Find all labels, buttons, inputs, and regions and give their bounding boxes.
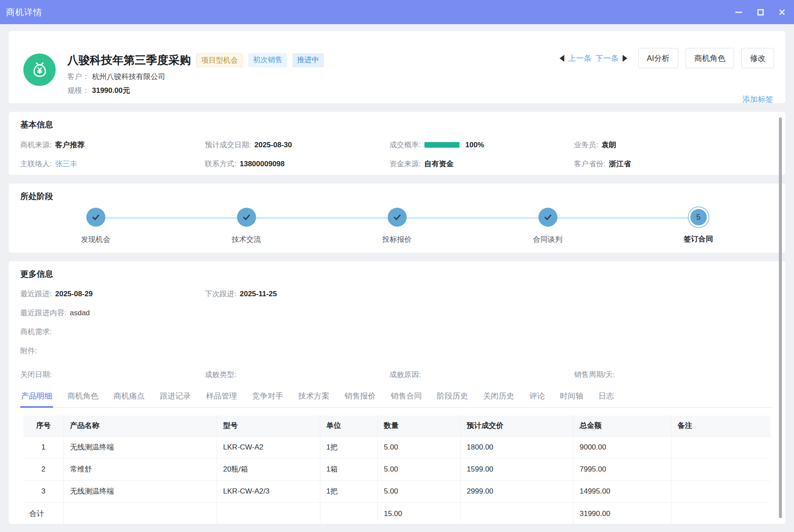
field-value: 袁朗	[601, 140, 616, 150]
cell-total-amount: 9000.00	[573, 436, 671, 458]
total-amount: 31990.00	[573, 502, 671, 525]
total-expected-price	[461, 502, 573, 525]
next-follow-value: 2025-11-25	[240, 290, 277, 298]
product-table: 序号 产品名称 型号 单位 数量 预计成交价 总金额 备注 1 无线测温终端 L…	[23, 415, 771, 526]
tab[interactable]: 销售报价	[344, 391, 376, 407]
ai-analysis-button[interactable]: AI分析	[638, 48, 678, 68]
field-label: 主联络人:	[20, 159, 52, 169]
window-controls: ×	[734, 8, 786, 16]
tab[interactable]: 商机痛点	[113, 391, 146, 407]
col-header-unit: 单位	[320, 415, 377, 436]
tab[interactable]: 日志	[598, 391, 615, 407]
last-content-field: 最近跟进内容: asdad	[20, 308, 774, 318]
field-value: 2025-08-30	[254, 141, 292, 149]
last-content-label: 最近跟进内容:	[20, 308, 66, 318]
info-field: 业务员: 袁朗	[574, 140, 774, 150]
close-info-row: 关闭日期: 成败类型: 成败原因: 销售周期/天:	[20, 370, 774, 380]
cell-model: LKR-CW-A2	[217, 436, 320, 458]
minimize-icon	[735, 12, 742, 13]
next-arrow-icon[interactable]	[623, 55, 627, 62]
scale-value: 31990.00元	[92, 86, 130, 95]
info-field: 联系方式: 13800009098	[205, 159, 390, 169]
info-field: 主联络人: 张三丰	[20, 159, 205, 169]
stage-step[interactable]: 4 合同谈判	[472, 208, 623, 244]
tab[interactable]: 时间轴	[559, 391, 584, 407]
cell-remark	[671, 436, 771, 458]
total-label: 合计	[23, 502, 63, 525]
minimize-button[interactable]	[734, 8, 743, 16]
tab[interactable]: 商机角色	[66, 391, 99, 407]
info-field: 资金来源: 自有资金	[389, 159, 574, 169]
table-row: 1 无线测温终端 LKR-CW-A2 1把 5.00 1800.00 9000.…	[23, 436, 771, 458]
total-unit	[320, 502, 377, 525]
close-icon: ×	[778, 8, 785, 16]
stage-step[interactable]: 2 技术交流	[171, 208, 322, 244]
cell-unit: 1把	[320, 480, 377, 502]
field-value: 自有资金	[424, 159, 454, 169]
step-current-ring: 5	[688, 206, 709, 228]
field-label: 业务员:	[574, 140, 598, 150]
field-value: 客户推荐	[55, 140, 85, 150]
col-header-quantity: 数量	[377, 415, 460, 436]
step-number: 5	[690, 209, 707, 225]
total-quantity: 15.00	[377, 502, 460, 525]
last-content-row: 最近跟进内容: asdad	[20, 308, 774, 318]
step-check-icon	[538, 208, 557, 227]
tab[interactable]: 跟进记录	[159, 391, 192, 407]
info-field: 预计成交日期: 2025-08-30	[205, 140, 390, 150]
step-label: 合同谈判	[533, 234, 563, 244]
total-product-name	[63, 502, 217, 525]
field-label: 资金来源:	[389, 159, 421, 169]
tab[interactable]: 关闭历史	[482, 391, 515, 407]
opportunity-tag: 推进中	[292, 53, 324, 67]
result-type-label: 成败类型:	[205, 370, 237, 380]
tab[interactable]: 样品管理	[205, 391, 238, 407]
field-value: 浙江省	[609, 159, 631, 169]
add-tag-link[interactable]: 添加标签	[742, 94, 773, 104]
stage-step[interactable]: 5 签订合同	[623, 208, 774, 244]
total-model	[217, 502, 320, 525]
cell-product-name: 常维舒	[63, 458, 217, 480]
tab[interactable]: 技术方案	[297, 391, 330, 407]
opportunity-summary: 八骏科技年第三季度采购 项目型机会初次销售推进中 客户：杭州八骏科技有限公司 规…	[67, 53, 324, 103]
detail-tabs: 产品明细 商机角色 商机痛点 跟进记录 样品管理 竞争对手 技术方案 销售报价 …	[20, 391, 774, 408]
vertical-scrollbar-thumb[interactable]	[779, 117, 782, 518]
edit-button[interactable]: 修改	[741, 48, 774, 68]
cell-product-name: 无线测温终端	[63, 480, 217, 502]
field-label: 成交概率:	[389, 140, 421, 150]
record-navigation: 上一条 下一条	[560, 53, 627, 63]
close-date-field: 关闭日期:	[20, 370, 205, 380]
table-row: 3 无线测温终端 LKR-CW-A2/3 1把 5.00 2999.00 149…	[23, 480, 771, 502]
tab[interactable]: 阶段历史	[436, 391, 469, 407]
field-label: 客户省份:	[574, 159, 606, 169]
step-label: 签订合同	[684, 234, 713, 244]
basic-info-card: 基本信息 商机来源: 客户推荐 预计成交日期: 2025-08-30 成交概率:	[9, 112, 785, 175]
col-header-product-name: 产品名称	[63, 415, 217, 436]
need-field: 商机需求:	[20, 327, 774, 337]
tab[interactable]: 产品明细	[20, 391, 53, 407]
stage-card: 所处阶段 1 发现机会	[9, 184, 785, 253]
next-record-link[interactable]: 下一条	[595, 53, 619, 63]
result-reason-label: 成败原因:	[389, 370, 421, 380]
stage-step[interactable]: 1 发现机会	[20, 208, 171, 244]
probability-bar	[424, 142, 462, 148]
stage-step[interactable]: 3 投标报价	[322, 208, 472, 244]
tab[interactable]: 竞争对手	[251, 391, 284, 407]
close-date-label: 关闭日期:	[20, 370, 52, 380]
tab[interactable]: 销售合同	[390, 391, 423, 407]
col-header-model: 型号	[217, 415, 320, 436]
scale-line: 规模：31990.00元	[67, 86, 324, 95]
sales-cycle-label: 销售周期/天:	[574, 370, 615, 380]
cell-expected-price: 1800.00	[461, 436, 573, 458]
opportunity-tag: 初次销售	[248, 53, 287, 67]
opportunity-role-button[interactable]: 商机角色	[686, 48, 734, 68]
maximize-button[interactable]	[756, 8, 765, 16]
probability-bar-fill	[424, 142, 459, 148]
table-row: 2 常维舒 20瓶/箱 1箱 5.00 1599.00 7995.00	[23, 458, 771, 480]
prev-arrow-icon[interactable]	[560, 55, 564, 62]
prev-record-link[interactable]: 上一条	[568, 53, 592, 63]
tab[interactable]: 评论	[528, 391, 546, 407]
cell-unit: 1箱	[320, 458, 377, 480]
close-button[interactable]: ×	[778, 8, 786, 16]
cell-quantity: 5.00	[377, 436, 460, 458]
